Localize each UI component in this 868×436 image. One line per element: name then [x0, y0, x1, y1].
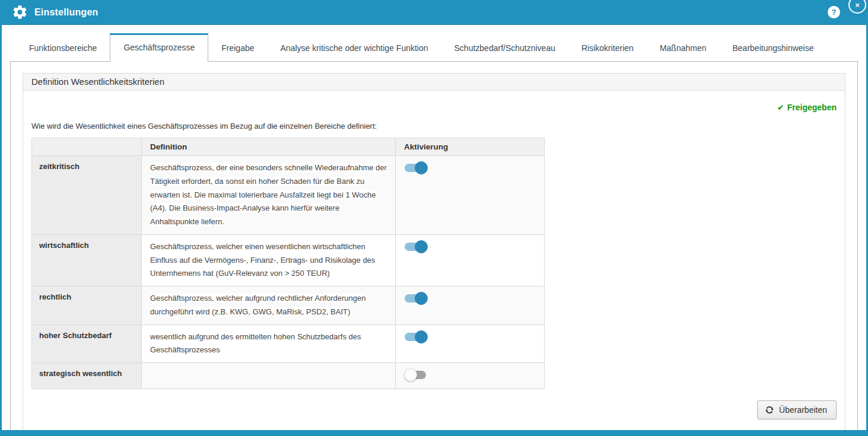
close-button[interactable]: ×	[848, 0, 866, 14]
criteria-table: Definition Aktivierung zeitkritisch Gesc…	[31, 138, 545, 389]
table-header-row: Definition Aktivierung	[32, 138, 545, 156]
column-header-empty	[32, 138, 142, 156]
activation-toggle[interactable]	[404, 330, 428, 343]
criterion-definition: Geschäftsprozess, der eine besonders sch…	[142, 156, 396, 235]
toggle-knob	[415, 161, 428, 174]
criterion-definition: Geschäftsprozess, welcher aufgrund recht…	[142, 287, 396, 325]
rework-button[interactable]: Überarbeiten	[757, 400, 837, 419]
button-row: Überarbeiten	[31, 400, 837, 419]
status-label: Freigegeben	[787, 103, 837, 112]
tab[interactable]: Schutzbedarf/Schutzniveau	[441, 34, 568, 61]
panel-title: Definition Wesentlichkeitskriterien	[23, 74, 845, 91]
criterion-label: hoher Schutzbedarf	[32, 324, 142, 363]
panel-body: ✔Freigegeben Wie wird die Wesentlichkeit…	[23, 91, 845, 436]
activation-toggle[interactable]	[404, 240, 428, 253]
tab[interactable]: Funktionsbereiche	[16, 34, 110, 61]
window-title: Einstellungen	[34, 7, 98, 18]
criterion-activation-cell	[396, 363, 545, 389]
toggle-knob	[404, 368, 417, 381]
criterion-activation-cell	[396, 287, 545, 325]
tab[interactable]: Bearbeitungshinweise	[720, 34, 827, 61]
criterion-definition: Geschäftsprozess, welcher einen wesentli…	[142, 234, 396, 286]
criterion-label: wirtschaftlich	[32, 234, 142, 286]
criterion-activation-cell	[396, 234, 545, 286]
tab-bar: Funktionsbereiche Geschäftsprozesse Frei…	[10, 33, 858, 62]
activation-toggle[interactable]	[404, 161, 428, 174]
intro-text: Wie wird die Wesentlichkeit eines Geschä…	[31, 122, 837, 131]
criterion-activation-cell	[396, 324, 545, 363]
table-row: zeitkritisch Geschäftsprozess, der eine …	[32, 156, 545, 235]
refresh-icon	[765, 406, 774, 414]
title-bar: Einstellungen ? ×	[2, 0, 866, 25]
criterion-activation-cell	[396, 156, 545, 235]
toggle-knob	[415, 240, 428, 253]
status-badge: ✔Freigegeben	[31, 103, 837, 112]
main-container: Definition Wesentlichkeitskriterien ✔Fre…	[10, 62, 858, 436]
toggle-knob	[415, 292, 428, 305]
criterion-label: rechtlich	[32, 287, 142, 325]
notice-banner: i Bitte beachten Sie, dass eine Deaktivi…	[31, 431, 837, 436]
tab[interactable]: Maßnahmen	[647, 34, 720, 61]
check-icon: ✔	[777, 103, 784, 112]
criterion-label: strategisch wesentlich	[32, 363, 142, 389]
gear-icon	[11, 4, 28, 21]
help-button[interactable]: ?	[828, 6, 840, 18]
table-row: rechtlich Geschäftsprozess, welcher aufg…	[32, 287, 545, 325]
criterion-definition: wesentlich aufgrund des ermittelten hohe…	[142, 324, 396, 363]
criterion-definition	[142, 363, 396, 389]
settings-window: Einstellungen ? × Funktionsbereiche Gesc…	[0, 0, 868, 436]
toggle-knob	[415, 330, 428, 343]
tab[interactable]: Freigabe	[208, 34, 267, 61]
table-row: strategisch wesentlich	[32, 363, 545, 389]
tab[interactable]: Geschäftsprozesse	[110, 33, 208, 62]
table-row: wirtschaftlich Geschäftsprozess, welcher…	[32, 234, 545, 286]
activation-toggle[interactable]	[404, 368, 428, 381]
page-content: Funktionsbereiche Geschäftsprozesse Frei…	[2, 25, 866, 436]
rework-button-label: Überarbeiten	[779, 405, 827, 415]
activation-toggle[interactable]	[404, 292, 428, 305]
criterion-label: zeitkritisch	[32, 156, 142, 235]
definition-panel: Definition Wesentlichkeitskriterien ✔Fre…	[23, 73, 845, 436]
tab[interactable]: Analyse kritische oder wichtige Funktion	[268, 34, 441, 61]
tab[interactable]: Risikokriterien	[568, 34, 647, 61]
column-header-definition: Definition	[142, 138, 396, 156]
table-row: hoher Schutzbedarf wesentlich aufgrund d…	[32, 324, 545, 363]
column-header-aktivierung: Aktivierung	[396, 138, 545, 156]
